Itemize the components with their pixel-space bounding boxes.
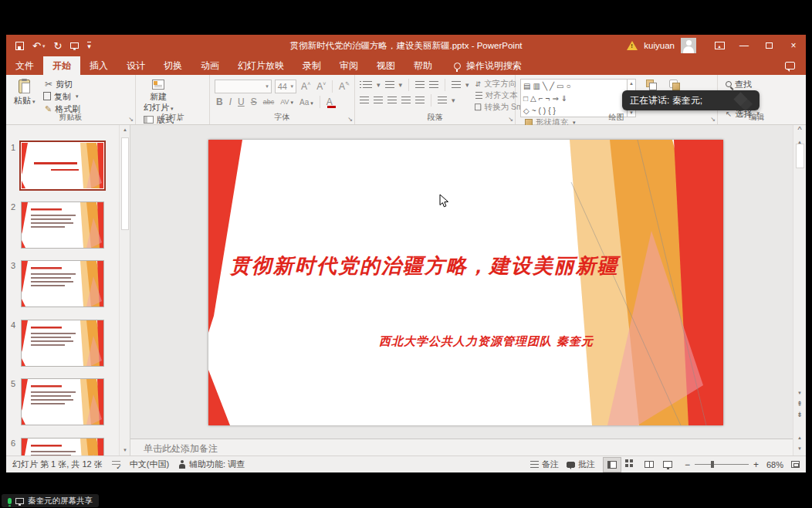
slide-thumbnail-3[interactable]: 3: [11, 260, 104, 307]
font-size-dropdown-icon[interactable]: ▾: [291, 83, 294, 90]
bullets-button[interactable]: [363, 81, 372, 89]
italic-button[interactable]: I: [228, 97, 233, 107]
comments-toggle[interactable]: [785, 56, 806, 75]
minimize-button[interactable]: —: [732, 35, 756, 56]
vertical-scrollbar[interactable]: ^ ▲ ▼ ⇞ ⇟ ▲ ▼: [793, 125, 806, 456]
fit-slide-to-window-button[interactable]: [791, 461, 800, 468]
justify-button[interactable]: [401, 97, 411, 104]
tab-help[interactable]: 帮助: [404, 56, 442, 75]
avatar[interactable]: [681, 38, 696, 53]
slide-canvas[interactable]: 贯彻新时代党的治疆方略，建设美丽新疆 西北大学公共人力资源管理团队 秦奎元: [208, 140, 723, 425]
notes-pane[interactable]: 单击此处添加备注: [130, 439, 793, 456]
tab-record[interactable]: 录制: [293, 56, 330, 75]
paste-button[interactable]: 粘贴: [11, 79, 39, 107]
next-slide-button[interactable]: ⇟: [794, 410, 805, 420]
notes-scroll-up-icon[interactable]: ▲: [794, 433, 805, 443]
save-button[interactable]: [15, 42, 24, 50]
language-status[interactable]: 中文(中国): [130, 459, 169, 470]
font-color-button[interactable]: A: [325, 97, 334, 107]
slide-number-status[interactable]: 幻灯片 第 1 张, 共 12 张: [12, 459, 103, 470]
font-size-combo[interactable]: 44▾: [275, 80, 296, 93]
tab-animations[interactable]: 动画: [191, 56, 228, 75]
change-case-button[interactable]: Aa: [298, 98, 315, 107]
thumbnail-preview[interactable]: [21, 438, 104, 456]
bold-button[interactable]: B: [215, 97, 225, 107]
underline-button[interactable]: U: [236, 97, 246, 107]
slide-thumbnail-1[interactable]: 1: [11, 142, 104, 189]
distribute-button[interactable]: [415, 97, 425, 104]
comments-toggle-button[interactable]: 批注: [567, 459, 595, 470]
cut-button[interactable]: 剪切: [45, 79, 80, 90]
undo-dropdown-icon[interactable]: ▾: [42, 43, 46, 49]
strikethrough-abc-button[interactable]: abc: [262, 98, 276, 106]
tab-home[interactable]: 开始: [43, 56, 80, 75]
zoom-in-button[interactable]: +: [753, 459, 759, 470]
zoom-slider-thumb[interactable]: [711, 461, 714, 468]
clear-formatting-button[interactable]: A✎: [337, 81, 351, 92]
decrease-indent-button[interactable]: [415, 81, 425, 89]
paragraph-dialog-launcher[interactable]: ↘: [508, 117, 513, 123]
thumbnail-preview[interactable]: [21, 142, 104, 189]
zoom-out-button[interactable]: −: [685, 459, 690, 470]
tell-me-search[interactable]: 操作说明搜索: [454, 56, 522, 75]
slide-subtitle-text[interactable]: 西北大学公共人力资源管理团队 秦奎元: [301, 334, 672, 349]
increase-indent-button[interactable]: [429, 81, 438, 89]
slide-thumbnail-5[interactable]: 5: [11, 378, 104, 425]
quick-styles-button[interactable]: [666, 79, 682, 90]
font-name-dropdown-icon[interactable]: ▾: [266, 83, 269, 90]
thumbnail-preview[interactable]: [21, 202, 104, 249]
align-center-button[interactable]: [374, 97, 383, 104]
align-right-button[interactable]: [387, 97, 397, 104]
clipboard-dialog-launcher[interactable]: ↘: [128, 117, 134, 123]
scrollbar-thumb[interactable]: [796, 144, 804, 168]
zoom-level[interactable]: 68%: [766, 460, 783, 469]
bullets-dropdown-icon[interactable]: ▾: [377, 81, 381, 89]
shapes-scroll-up-icon[interactable]: ▲: [629, 81, 634, 86]
slide-thumbnail-6[interactable]: 6: [11, 438, 104, 456]
slide-thumbnail-4[interactable]: 4: [11, 320, 104, 367]
font-dialog-launcher[interactable]: ↘: [347, 117, 353, 123]
screen-share-pill[interactable]: 秦奎元的屏幕共享: [2, 494, 99, 507]
find-button[interactable]: 查找: [726, 79, 760, 90]
accessibility-status[interactable]: 辅助功能: 调查: [178, 459, 245, 470]
slide-sorter-view-button[interactable]: [621, 457, 640, 472]
previous-slide-button[interactable]: ⇞: [794, 399, 805, 409]
spell-check-icon[interactable]: [112, 461, 120, 469]
numbering-button[interactable]: [385, 81, 394, 89]
undo-button[interactable]: ↶▾: [32, 41, 45, 51]
thumbnail-scroll-up-icon[interactable]: ▲: [120, 125, 130, 135]
tab-view[interactable]: 视图: [367, 56, 404, 75]
font-name-combo[interactable]: ▾: [215, 80, 272, 93]
slideshow-view-button[interactable]: [658, 457, 677, 472]
thumbnail-scrollbar-thumb[interactable]: [121, 137, 129, 230]
columns-button[interactable]: [438, 97, 447, 104]
line-spacing-button[interactable]: [452, 81, 461, 89]
redo-button[interactable]: ↻: [53, 41, 62, 51]
new-slide-button[interactable]: 新建 幻灯片: [140, 79, 177, 114]
notes-scroll-down-icon[interactable]: ▼: [794, 444, 805, 454]
tab-transitions[interactable]: 切换: [154, 56, 191, 75]
thumbnail-preview[interactable]: [21, 378, 104, 425]
tab-file[interactable]: 文件: [6, 56, 43, 75]
tab-review[interactable]: 审阅: [330, 56, 367, 75]
drawing-dialog-launcher[interactable]: ↘: [710, 117, 716, 123]
align-left-button[interactable]: [360, 97, 369, 104]
columns-dropdown-icon[interactable]: ▾: [452, 97, 455, 104]
grow-font-button[interactable]: A˄: [299, 81, 312, 92]
scroll-down-icon[interactable]: ▼: [794, 388, 805, 398]
line-spacing-dropdown-icon[interactable]: ▾: [465, 81, 469, 89]
restore-button[interactable]: [756, 35, 781, 56]
notes-toggle-button[interactable]: 备注: [530, 459, 559, 470]
ribbon-display-options-button[interactable]: ▴: [707, 35, 732, 56]
numbering-dropdown-icon[interactable]: ▾: [399, 81, 403, 89]
strikethrough-button[interactable]: S: [249, 97, 259, 107]
slide-thumbnail-2[interactable]: 2: [11, 202, 104, 249]
thumbnail-preview[interactable]: [21, 260, 104, 307]
normal-view-button[interactable]: [603, 457, 621, 472]
thumbnail-scroll-down-icon[interactable]: ▼: [120, 445, 130, 456]
tab-design[interactable]: 设计: [117, 56, 154, 75]
tab-insert[interactable]: 插入: [80, 56, 117, 75]
reading-view-button[interactable]: [640, 457, 658, 472]
thumbnail-panel-scrollbar[interactable]: ▲ ▼: [119, 125, 130, 456]
customize-qat-button[interactable]: ▾: [87, 42, 91, 50]
